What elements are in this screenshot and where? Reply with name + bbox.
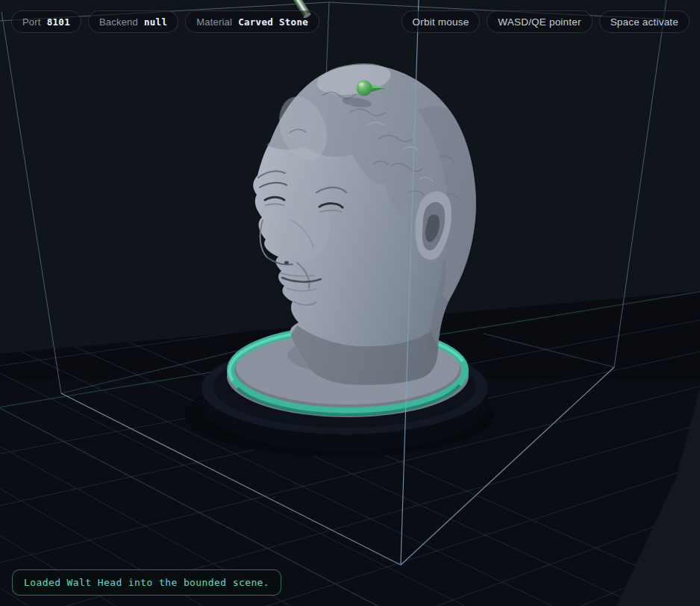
material-value: Carved Stone <box>238 16 308 28</box>
orbit-hint: Orbit mouse <box>401 10 481 33</box>
tool-sphere <box>357 81 372 96</box>
head-cheek-highlight <box>279 190 330 261</box>
port-value: 8101 <box>47 16 70 28</box>
viewport-canvas[interactable] <box>0 0 700 606</box>
orbit-hint-label: Orbit mouse <box>413 16 469 28</box>
status-toast-message: Loaded Walt Head into the bounded scene. <box>24 577 269 588</box>
control-hints: Orbit mouse WASD/QE pointer Space activa… <box>401 10 690 33</box>
status-badges: Port 8101 Backend null Material Carved S… <box>11 10 319 33</box>
space-hint-label: Space activate <box>610 16 678 28</box>
status-toast: Loaded Walt Head into the bounded scene. <box>12 569 281 596</box>
backend-value: null <box>144 16 167 28</box>
space-hint: Space activate <box>599 10 690 33</box>
material-label: Material <box>196 16 232 28</box>
backend-badge: Backend null <box>88 10 178 33</box>
tool-sphere-glint <box>360 83 364 86</box>
scene-viewport: Port 8101 Backend null Material Carved S… <box>0 0 700 606</box>
port-badge: Port 8101 <box>11 10 81 33</box>
backend-label: Backend <box>99 16 138 28</box>
wasd-hint: WASD/QE pointer <box>487 10 592 33</box>
port-label: Port <box>22 16 41 28</box>
wasd-hint-label: WASD/QE pointer <box>498 16 581 28</box>
material-badge: Material Carved Stone <box>185 10 319 33</box>
